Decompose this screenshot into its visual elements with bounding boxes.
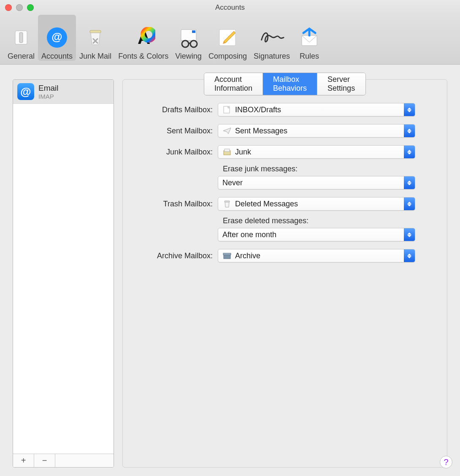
dropdown-arrow-icon (404, 124, 415, 137)
paper-plane-icon (222, 126, 233, 135)
signatures-icon (259, 25, 284, 50)
toolbar-item-fonts-colors[interactable]: A Fonts & Colors (115, 15, 172, 61)
erase-junk-value: Never (222, 178, 243, 187)
dropdown-arrow-icon (404, 228, 415, 241)
help-button[interactable]: ? (440, 456, 452, 468)
svg-rect-12 (302, 35, 317, 46)
account-row[interactable]: @ Email IMAP (13, 80, 114, 104)
toolbar-item-composing[interactable]: Composing (205, 15, 250, 61)
trash-mailbox-label: Trash Mailbox: (135, 200, 218, 208)
junk-box-icon (222, 147, 233, 157)
archive-mailbox-select[interactable]: Archive (218, 249, 415, 262)
toolbar-item-signatures[interactable]: Signatures (250, 15, 293, 61)
trash-can-icon (222, 199, 233, 208)
main-panel: Account Information Mailbox Behaviors Se… (122, 79, 447, 468)
account-tabs: Account Information Mailbox Behaviors Se… (204, 73, 366, 95)
junk-mailbox-label: Junk Mailbox: (135, 148, 218, 157)
svg-rect-8 (192, 30, 195, 33)
preferences-toolbar: General @ Accounts Junk Mail A Fonts & C… (0, 15, 460, 65)
archive-box-icon (222, 251, 233, 260)
close-window-icon[interactable] (5, 4, 12, 11)
archive-mailbox-value: Archive (235, 252, 260, 260)
tab-mailbox-behaviors[interactable]: Mailbox Behaviors (263, 73, 317, 95)
window-title: Accounts (0, 3, 460, 12)
at-sign-icon: @ (17, 83, 34, 100)
rules-icon (297, 25, 322, 50)
svg-rect-18 (223, 253, 231, 255)
drafts-mailbox-select[interactable]: INBOX/Drafts (218, 103, 415, 116)
erase-junk-label: Erase junk messages: (223, 165, 434, 173)
account-subtitle: IMAP (38, 93, 59, 100)
toolbar-item-rules[interactable]: Rules (293, 15, 325, 61)
junk-mailbox-select[interactable]: Junk (218, 145, 415, 159)
toolbar-label: Fonts & Colors (118, 52, 168, 61)
toolbar-label: Junk Mail (79, 52, 111, 61)
toolbar-label: Composing (208, 52, 247, 61)
account-name: Email (38, 84, 59, 93)
dropdown-arrow-icon (404, 197, 415, 210)
viewing-icon (176, 25, 201, 50)
archive-mailbox-label: Archive Mailbox: (135, 252, 218, 260)
drafts-mailbox-label: Drafts Mailbox: (135, 105, 218, 114)
svg-rect-16 (225, 201, 230, 202)
trash-mailbox-select[interactable]: Deleted Messages (218, 197, 415, 211)
svg-point-10 (190, 41, 197, 47)
trash-mailbox-value: Deleted Messages (235, 200, 298, 208)
toolbar-item-viewing[interactable]: Viewing (172, 15, 205, 61)
junk-mail-icon (83, 25, 108, 50)
svg-text:@: @ (51, 30, 62, 43)
junk-mailbox-value: Junk (235, 148, 251, 157)
sidebar-footer-spacer (55, 454, 114, 467)
erase-deleted-value: After one month (222, 230, 276, 239)
erase-deleted-label: Erase deleted messages: (223, 216, 434, 225)
toolbar-label: General (8, 52, 35, 61)
remove-account-button[interactable]: − (34, 454, 55, 467)
add-account-button[interactable]: + (13, 454, 34, 467)
tab-server-settings[interactable]: Server Settings (317, 73, 365, 95)
general-icon (8, 25, 34, 50)
toolbar-label: Accounts (41, 52, 73, 61)
drafts-folder-icon (222, 105, 233, 114)
accounts-sidebar: @ Email IMAP + − (13, 79, 114, 468)
toolbar-label: Signatures (254, 52, 290, 61)
fonts-colors-icon: A (131, 25, 156, 50)
toolbar-label: Viewing (175, 52, 202, 61)
dropdown-arrow-icon (404, 176, 415, 189)
toolbar-item-junk-mail[interactable]: Junk Mail (76, 15, 115, 61)
sent-mailbox-label: Sent Mailbox: (135, 127, 218, 135)
svg-rect-4 (90, 30, 101, 33)
dropdown-arrow-icon (404, 103, 415, 116)
erase-junk-select[interactable]: Never (218, 176, 415, 189)
dropdown-arrow-icon (404, 249, 415, 262)
composing-icon (215, 25, 240, 50)
sent-mailbox-value: Sent Messages (235, 127, 287, 135)
toolbar-label: Rules (300, 52, 319, 61)
accounts-icon: @ (44, 25, 70, 50)
minimize-window-icon[interactable] (16, 4, 23, 11)
erase-deleted-select[interactable]: After one month (218, 228, 415, 241)
zoom-window-icon[interactable] (27, 4, 34, 11)
svg-rect-1 (19, 32, 23, 43)
toolbar-item-general[interactable]: General (4, 15, 38, 61)
svg-point-9 (182, 41, 189, 47)
drafts-mailbox-value: INBOX/Drafts (235, 105, 281, 114)
titlebar: Accounts (0, 0, 460, 15)
svg-rect-15 (225, 149, 230, 151)
toolbar-item-accounts[interactable]: @ Accounts (38, 15, 76, 61)
tab-account-information[interactable]: Account Information (204, 73, 263, 95)
dropdown-arrow-icon (404, 146, 415, 158)
sent-mailbox-select[interactable]: Sent Messages (218, 124, 415, 138)
